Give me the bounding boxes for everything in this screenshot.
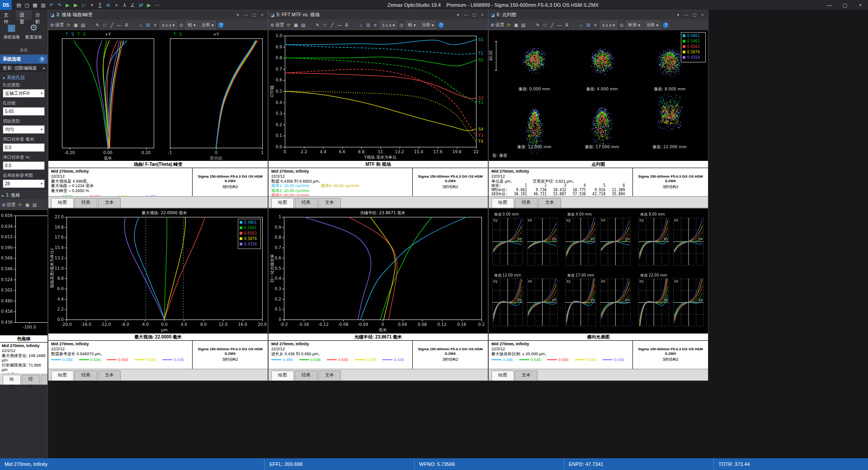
copy-icon[interactable]: ▣ (24, 202, 30, 207)
merit-function-icon[interactable]: ∑ (97, 2, 104, 8)
view-tab[interactable]: 文本 (98, 371, 121, 381)
view-tab[interactable]: 绘图 (3, 375, 21, 385)
wavelength-icon[interactable]: λ (121, 2, 128, 8)
grid-layout-select[interactable]: 3 x 4▾ (600, 21, 617, 29)
window-help-icon[interactable]: ? (438, 22, 444, 28)
ribbon-tab[interactable]: 设置 (16, 10, 32, 20)
settings-button[interactable]: ⚙ 设置 (50, 22, 64, 28)
print-icon[interactable]: ▤ (80, 23, 86, 28)
copy-icon[interactable]: ▣ (293, 23, 299, 28)
refresh-icon[interactable]: ⟳ (286, 23, 292, 28)
annotate-dash-icon[interactable]: — (557, 23, 562, 28)
window-maximize-button[interactable]: ▢ (691, 13, 698, 17)
window-help-icon[interactable]: ? (663, 22, 669, 28)
clock-icon[interactable]: ◷ (618, 23, 624, 28)
settings-button[interactable]: ⚙ 设置 (2, 202, 16, 208)
run-icon[interactable]: ▶ (146, 2, 152, 8)
annotate-line-icon[interactable]: ✎ (535, 23, 541, 28)
quick-focus-icon[interactable]: ▶ (64, 2, 71, 8)
view-tab[interactable]: 经典 (295, 198, 317, 208)
view-tab[interactable]: 经典 (295, 371, 317, 381)
settings-button[interactable]: ⚙ 设置 (270, 22, 284, 28)
annotate-diagonal-icon[interactable]: ╱ (549, 23, 555, 28)
system-options-button[interactable]: ▦ 系统选项 (1, 21, 22, 47)
grid-layout-select[interactable]: 3 x 4▾ (380, 21, 397, 29)
field-input[interactable]: 0.0 (3, 143, 45, 152)
field-input[interactable]: 28 ▾ (3, 179, 45, 188)
field-input[interactable]: 5.65 (3, 107, 45, 116)
view-tab[interactable]: 文本 (538, 198, 561, 208)
config-options-button[interactable]: ⚙ 配置选项 (23, 21, 44, 47)
annotate-diagonal-icon[interactable]: ╱ (109, 23, 115, 28)
annotate-dash-icon[interactable]: — (116, 23, 122, 28)
more-icon[interactable]: ⋯ (154, 2, 160, 8)
overlay-icon[interactable]: ≡ (373, 23, 378, 28)
overlay-icon[interactable]: ≡ (152, 23, 158, 28)
view-tab[interactable]: 文本 (41, 375, 48, 385)
config-select[interactable]: 当前▾ (644, 21, 660, 29)
optimize-icon[interactable]: ▷ (80, 2, 87, 8)
view-tab[interactable]: 文本 (318, 198, 341, 208)
save-as-icon[interactable]: ▥ (40, 2, 47, 8)
window-maximize-button[interactable]: ▢ (250, 13, 258, 17)
aspect-ratio-icon[interactable]: ⊞ (365, 23, 371, 28)
invert-colors-icon[interactable]: ☼ (578, 23, 584, 28)
wavefront-icon[interactable]: ≋ (105, 2, 112, 8)
field-tool-icon[interactable]: + (113, 2, 120, 8)
separator[interactable]: │ (351, 23, 357, 28)
print-icon[interactable]: ▤ (520, 23, 526, 28)
window-minimize-button[interactable]: — (242, 13, 250, 17)
window-titlebar[interactable]: ◪ 5: FFT MTF vs. 视场 ▾ — ▢ × (269, 10, 488, 19)
config-select[interactable]: 当前▾ (199, 21, 216, 29)
aspect-ratio-icon[interactable]: ⊞ (585, 23, 591, 28)
view-tab[interactable]: 绘图 (51, 371, 74, 381)
window-minimize-button[interactable]: — (462, 13, 470, 17)
window-close-button[interactable]: × (479, 13, 486, 17)
annotate-rectangle-icon[interactable]: □ (102, 23, 108, 28)
section-system-aperture[interactable]: ▾ 系统孔径 (0, 73, 47, 82)
window-close-button[interactable]: × (259, 13, 266, 17)
print-icon[interactable]: ▤ (32, 202, 38, 207)
grid-layout-select[interactable]: 3 x 4▾ (160, 21, 177, 29)
field-input[interactable]: 均匀 ▾ (3, 125, 45, 134)
overlay-icon[interactable]: ≡ (593, 23, 599, 28)
quick-adjust-icon[interactable]: ▶ (72, 2, 79, 8)
window-titlebar[interactable]: ▸ 1: 焦移 (0, 191, 47, 199)
redo-icon[interactable]: ↷ (56, 2, 63, 8)
separator[interactable]: │ (131, 23, 137, 28)
separator[interactable]: │ (87, 23, 93, 28)
line-thickness-select[interactable]: 标准▾ (626, 21, 642, 29)
invert-colors-icon[interactable]: ☼ (138, 23, 144, 28)
annotate-text-icon[interactable]: A (564, 23, 570, 28)
refresh-icon[interactable]: ⟳ (66, 23, 71, 28)
window-menu-icon[interactable]: ▾ (234, 13, 241, 17)
window-titlebar[interactable]: ◪ 6: 点列图 ▾ — ▢ × (489, 10, 708, 19)
clock-icon[interactable]: ◷ (178, 23, 184, 28)
annotate-line-icon[interactable]: ✎ (94, 23, 100, 28)
update-mode-select[interactable]: 更新: 仅限编辑器 ▾ (0, 64, 47, 73)
view-tab[interactable]: 经典 (22, 375, 40, 385)
window-help-icon[interactable]: ? (218, 22, 224, 28)
line-thickness-select[interactable]: 粗▾ (185, 21, 198, 29)
line-thickness-select[interactable]: 粗▾ (406, 21, 418, 29)
invert-colors-icon[interactable]: ☼ (358, 23, 364, 28)
view-tab[interactable]: 绘图 (491, 198, 514, 208)
view-tab[interactable]: 经典 (515, 198, 538, 208)
separator[interactable]: │ (307, 23, 313, 28)
zoom-button[interactable]: ◲ 缩放 (45, 21, 47, 47)
print-icon[interactable]: ▤ (300, 23, 306, 28)
app-logo[interactable]: DS (0, 0, 12, 10)
settings-button[interactable]: ⚙ 设置 (491, 22, 505, 28)
angle-icon[interactable]: ∠ (129, 2, 136, 8)
window-maximize-button[interactable]: ▢ (471, 13, 478, 17)
panel-help-icon[interactable]: ? (39, 56, 45, 62)
view-tab[interactable]: 文本 (318, 371, 341, 381)
maximize-button[interactable]: ▢ (837, 0, 853, 10)
copy-icon[interactable]: ▣ (513, 23, 519, 28)
annotate-dash-icon[interactable]: — (336, 23, 342, 28)
separator[interactable]: │ (571, 23, 577, 28)
annotate-rectangle-icon[interactable]: □ (322, 23, 328, 28)
view-tab[interactable]: 绘图 (271, 371, 294, 381)
window-minimize-button[interactable]: — (683, 13, 690, 17)
window-menu-icon[interactable]: ▾ (675, 13, 682, 17)
